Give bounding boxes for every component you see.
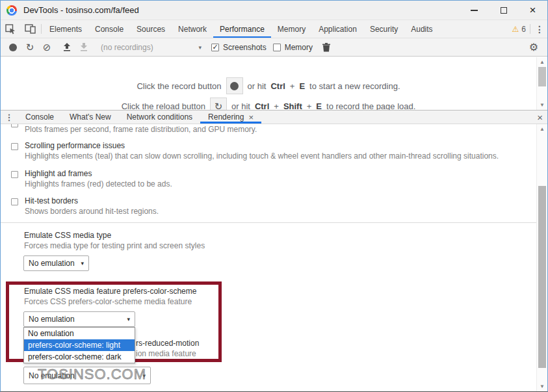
- tab-security[interactable]: Security: [363, 20, 404, 38]
- drawer-close-button[interactable]: ×: [537, 112, 543, 123]
- drawer-tab-console[interactable]: Console: [18, 111, 62, 124]
- devtools-menu-button[interactable]: ⋮: [532, 20, 547, 38]
- warning-count: 6: [521, 25, 526, 34]
- save-profile-button[interactable]: [75, 43, 92, 51]
- section-divider: [1, 222, 547, 223]
- reload-icon: ↻: [215, 101, 223, 111]
- reload-icon: ↻: [26, 42, 34, 52]
- tab-close-icon[interactable]: ×: [248, 113, 254, 122]
- chrome-logo-icon: [7, 5, 17, 16]
- garbage-collect-button[interactable]: [318, 43, 335, 52]
- media-type-title: Emulate CSS media type: [24, 231, 111, 240]
- reload-and-record-button[interactable]: ↻: [21, 42, 38, 52]
- capture-settings-button[interactable]: ⚙: [525, 42, 542, 53]
- scrolling-performance-title[interactable]: Scrolling performance issues: [25, 141, 125, 150]
- close-button[interactable]: ×: [518, 1, 547, 20]
- trash-icon: [322, 43, 330, 52]
- main-scrollbar[interactable]: ▲ ▼: [536, 57, 547, 110]
- drawer-scrollbar[interactable]: ▲ ▼: [536, 124, 547, 391]
- download-icon: [80, 43, 88, 51]
- fps-meter-desc: Plots frames per second, frame rate dist…: [25, 125, 257, 134]
- scroll-up-arrow[interactable]: ▲: [537, 57, 547, 67]
- devtools-tab-bar: Elements Console Sources Network Perform…: [1, 20, 547, 38]
- close-icon: ×: [530, 5, 536, 16]
- kebab-icon: ⋮: [5, 112, 14, 122]
- tab-performance[interactable]: Performance: [213, 20, 271, 38]
- media-type-select[interactable]: No emulation ▾: [23, 255, 89, 271]
- highlight-ad-frames-desc: Highlights frames (red) detected to be a…: [25, 179, 172, 189]
- minimize-icon: [471, 10, 478, 11]
- screenshots-checkbox[interactable]: ✓: [211, 44, 219, 51]
- tab-console[interactable]: Console: [88, 20, 130, 38]
- reload-hint: Click the reload button ↻ or hit Ctrl + …: [1, 98, 536, 110]
- media-type-select-value: No emulation: [29, 259, 75, 268]
- chevron-down-icon: ▾: [127, 316, 130, 322]
- recordings-dropdown-value: (no recordings): [101, 43, 153, 52]
- screenshots-toggle[interactable]: ✓ Screenshots: [211, 43, 267, 52]
- scroll-down-arrow[interactable]: ▼: [537, 382, 547, 391]
- screenshots-label: Screenshots: [223, 43, 267, 52]
- record-icon: [9, 44, 17, 51]
- kebab-icon: ⋮: [535, 24, 544, 34]
- drawer-menu-button[interactable]: ⋮: [1, 111, 18, 124]
- clear-button[interactable]: ⊘: [38, 42, 55, 52]
- warnings-badge[interactable]: ⚠ 6: [511, 20, 528, 38]
- maximize-icon: [501, 7, 507, 14]
- scroll-up-arrow[interactable]: ▲: [537, 124, 547, 134]
- memory-checkbox[interactable]: [273, 44, 281, 51]
- media-type-desc: Forces media type for testing print and …: [24, 241, 205, 250]
- tab-network[interactable]: Network: [172, 20, 213, 38]
- option-prefers-color-scheme-light[interactable]: prefers-color-scheme: light: [24, 339, 135, 351]
- chevron-down-icon: ▾: [198, 44, 202, 51]
- highlight-ad-frames-checkbox[interactable]: [11, 171, 18, 178]
- memory-toggle[interactable]: Memory: [273, 43, 313, 52]
- tab-memory[interactable]: Memory: [271, 20, 312, 38]
- record-hint-button[interactable]: [226, 77, 243, 94]
- record-icon: [230, 82, 239, 90]
- scrollbar-thumb[interactable]: [538, 186, 546, 368]
- key-e: E: [316, 101, 322, 111]
- highlight-ad-frames-title[interactable]: Highlight ad frames: [25, 169, 92, 178]
- badge-separator: [530, 24, 530, 34]
- minimize-button[interactable]: [460, 1, 489, 20]
- close-icon: ×: [537, 112, 543, 123]
- scrolling-performance-checkbox[interactable]: [11, 143, 18, 150]
- color-scheme-desc: Forces CSS prefers-color-scheme media fe…: [24, 297, 192, 306]
- fps-meter-checkbox[interactable]: [11, 124, 18, 127]
- drawer-tab-bar: ⋮ Console What's New Network conditions …: [1, 110, 547, 124]
- color-scheme-select[interactable]: No emulation ▾: [23, 311, 135, 327]
- recordings-dropdown[interactable]: (no recordings) ▾: [101, 43, 202, 52]
- maximize-button[interactable]: [489, 1, 518, 20]
- reload-hint-button[interactable]: ↻: [210, 98, 227, 110]
- option-no-emulation[interactable]: No emulation: [24, 328, 135, 339]
- device-toolbar-button[interactable]: [20, 20, 40, 38]
- key-ctrl: Ctrl: [255, 101, 269, 111]
- option-prefers-color-scheme-dark[interactable]: prefers-color-scheme: dark: [24, 351, 135, 363]
- performance-toolbar: ↻ ⊘ (no recordings) ▾ ✓ Screenshots Memo…: [1, 38, 547, 57]
- upload-icon: [63, 43, 71, 51]
- window-controls: ×: [460, 1, 547, 20]
- warning-icon: ⚠: [512, 25, 519, 34]
- tab-application[interactable]: Application: [312, 20, 363, 38]
- scrollbar-thumb[interactable]: [538, 67, 546, 86]
- hit-test-borders-title[interactable]: Hit-test borders: [25, 196, 78, 205]
- chevron-down-icon: ▾: [81, 260, 84, 267]
- record-button[interactable]: [5, 44, 21, 51]
- drawer-tab-rendering[interactable]: Rendering ×: [200, 111, 261, 124]
- tab-audits[interactable]: Audits: [404, 20, 439, 38]
- tab-elements[interactable]: Elements: [43, 20, 88, 38]
- reduced-motion-title-fragment: rs-reduced-motion: [136, 339, 199, 348]
- tab-sources[interactable]: Sources: [130, 20, 172, 38]
- key-ctrl: Ctrl: [270, 81, 285, 91]
- hit-test-borders-desc: Shows borders around hit-test regions.: [25, 207, 159, 216]
- load-profile-button[interactable]: [59, 43, 75, 51]
- scroll-down-arrow[interactable]: ▼: [537, 100, 547, 110]
- inspect-element-button[interactable]: [1, 20, 20, 38]
- inspect-cursor-icon: [5, 24, 16, 34]
- drawer-tab-network-conditions[interactable]: Network conditions: [119, 111, 200, 124]
- memory-label: Memory: [285, 43, 313, 52]
- gear-icon: ⚙: [529, 42, 538, 53]
- hit-test-borders-checkbox[interactable]: [11, 198, 18, 205]
- color-scheme-options-list: No emulation prefers-color-scheme: light…: [23, 327, 135, 363]
- drawer-tab-whats-new[interactable]: What's New: [62, 111, 119, 124]
